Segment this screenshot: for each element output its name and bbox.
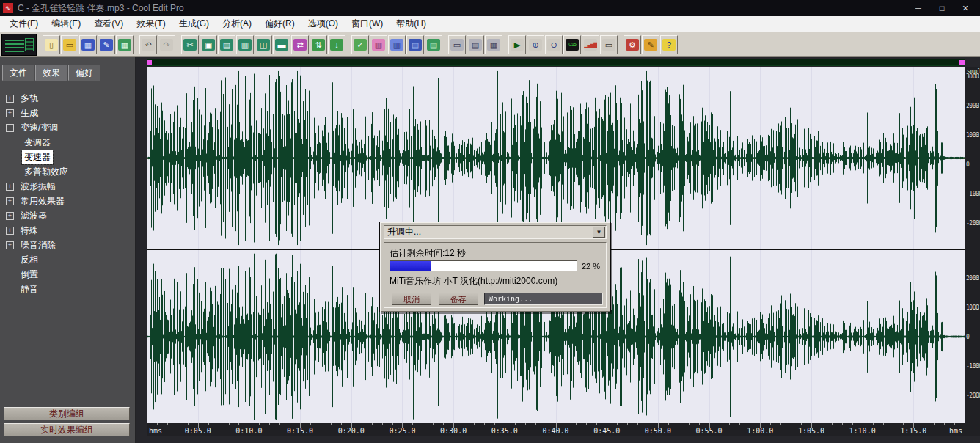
mix-paste-button[interactable]: ▥ [236, 35, 254, 54]
session-overview-bar[interactable] [147, 59, 965, 66]
expand-icon[interactable]: + [6, 197, 14, 205]
spectral-view-button[interactable]: ▤ [406, 35, 424, 54]
level-meters-button[interactable]: ▁▃▅▇ [582, 35, 599, 54]
open-file-button[interactable]: ▭ [61, 35, 78, 54]
timeline-ruler[interactable]: hms hms 0:05.00:10.00:15.00:20.00:25.00:… [147, 423, 965, 436]
timeline-tick [679, 423, 679, 425]
operation-combo[interactable]: 升调中... ▼ [384, 225, 607, 239]
amplitude-ruler[interactable]: smpl 3000200010000-1000-2000200010000-10… [965, 67, 980, 423]
tree-item-波形振幅[interactable]: +波形振幅 [0, 179, 134, 194]
window-files-button[interactable]: ▭ [448, 35, 466, 54]
chevron-down-icon[interactable]: ▼ [593, 227, 605, 238]
expand-icon[interactable]: + [6, 227, 14, 235]
timeline-tick [944, 423, 945, 425]
minimize-button[interactable]: ─ [913, 4, 924, 13]
tab-文件[interactable]: 文件 [2, 65, 34, 81]
time-window-button[interactable]: 0:15 [563, 35, 581, 54]
save-file-button[interactable]: ▦ [79, 35, 97, 54]
overview-right-handle[interactable] [959, 60, 965, 65]
group-button-类别编组[interactable]: 类别编组 [4, 407, 130, 420]
tree-item-倒置[interactable]: 倒置 [0, 267, 134, 282]
tab-效果[interactable]: 效果 [35, 65, 67, 81]
paste-button[interactable]: ▤ [218, 35, 235, 54]
tree-item-滤波器[interactable]: +滤波器 [0, 208, 134, 223]
expand-icon[interactable]: + [6, 95, 14, 103]
menu-item[interactable]: 分析(A) [216, 16, 258, 32]
progress-bar [390, 260, 577, 271]
timeline-tick [648, 423, 648, 425]
copy-button[interactable]: ▣ [200, 35, 217, 54]
timeline-tick [321, 423, 321, 425]
tree-item-变速器[interactable]: 变速器 [0, 150, 134, 164]
tree-item-特殊[interactable]: +特殊 [0, 223, 134, 238]
undo-button[interactable]: ↶ [139, 35, 157, 54]
group-button-实时效果编组[interactable]: 实时效果编组 [4, 423, 130, 436]
amplitude-tick-label: -1000 [966, 363, 980, 370]
progress-fill [390, 261, 431, 271]
zoom-out-button[interactable]: ⊖ [545, 35, 563, 54]
menu-item[interactable]: 帮助(H) [390, 16, 433, 32]
tree-item-生成[interactable]: +生成 [0, 106, 134, 120]
tree-item-变速/变调[interactable]: -变速/变调 [0, 120, 134, 135]
tree-item-label: 噪音消除 [18, 238, 58, 252]
help-button[interactable]: ? [660, 35, 678, 54]
timeline-tick [893, 423, 893, 425]
view-toggle-button[interactable] [1, 34, 37, 56]
batch-process-button[interactable]: ⇅ [310, 35, 327, 54]
close-button[interactable]: ✕ [959, 4, 971, 13]
tree-item-静音[interactable]: 静音 [0, 282, 134, 296]
undo-icon: ↶ [142, 39, 155, 51]
redo-button[interactable]: ↷ [158, 35, 175, 54]
waveform-icon [5, 37, 24, 52]
new-file-button[interactable]: ▯ [43, 35, 60, 54]
settings-button[interactable]: ⚙ [624, 35, 641, 54]
menu-bar: 文件(F)编辑(E)查看(V)效果(T)生成(G)分析(A)偏好(R)选项(O)… [0, 16, 980, 32]
cue-marker-pink-button[interactable]: ▥ [370, 35, 387, 54]
tree-item-反相[interactable]: 反相 [0, 252, 134, 267]
menu-item[interactable]: 选项(O) [301, 16, 345, 32]
tree-item-噪音消除[interactable]: +噪音消除 [0, 238, 134, 252]
tree-item-多普勒效应[interactable]: 多普勒效应 [0, 164, 134, 179]
waveform-view-button[interactable]: ▤ [425, 35, 442, 54]
cue-marker-blue-button[interactable]: ▥ [388, 35, 406, 54]
expand-icon[interactable]: + [6, 241, 14, 249]
save-button[interactable]: 备存 [439, 293, 478, 305]
tree-item-多轨[interactable]: +多轨 [0, 91, 134, 106]
convert-sample-type-button[interactable]: ⇄ [291, 35, 309, 54]
paste-to-new-button[interactable]: ◫ [255, 35, 272, 54]
tab-偏好[interactable]: 偏好 [68, 65, 100, 81]
expand-icon[interactable]: + [6, 109, 14, 117]
menu-item[interactable]: 效果(T) [130, 16, 172, 32]
window-effects-button[interactable]: ▤ [467, 35, 484, 54]
operation-label: 升调中... [384, 226, 593, 238]
cue-marker-pink-icon: ▥ [372, 39, 385, 51]
expand-icon[interactable]: + [6, 183, 14, 191]
monitor-button[interactable]: ▭ [600, 35, 618, 54]
cut-button[interactable]: ✂ [181, 35, 199, 54]
normalize-button[interactable]: ✓ [351, 35, 369, 54]
menu-item[interactable]: 窗口(W) [345, 16, 390, 32]
menu-item[interactable]: 偏好(R) [258, 16, 301, 32]
menu-item[interactable]: 查看(V) [87, 16, 130, 32]
menu-item[interactable]: 生成(G) [172, 16, 216, 32]
scripts-button[interactable]: ✎ [642, 35, 659, 54]
toolbar-group: ✓▥▥▤▤ [351, 35, 442, 54]
expand-icon[interactable]: + [6, 212, 14, 220]
menu-item[interactable]: 文件(F) [3, 16, 45, 32]
timeline-tick [637, 423, 638, 425]
maximize-button[interactable]: □ [936, 4, 948, 13]
save-selection-button[interactable]: ↓ [328, 35, 345, 54]
cancel-button[interactable]: 取消 [392, 293, 431, 305]
play-button[interactable]: ▶ [508, 35, 526, 54]
sidebar-tabs: 文件效果偏好 [0, 57, 135, 81]
window-cues-button[interactable]: ▦ [485, 35, 502, 54]
zoom-in-button[interactable]: ⊕ [527, 35, 544, 54]
save-copy-button[interactable]: ▦ [116, 35, 134, 54]
collapse-icon[interactable]: - [6, 124, 14, 132]
overview-left-handle[interactable] [147, 60, 152, 65]
trim-button[interactable]: ▬ [273, 35, 290, 54]
menu-item[interactable]: 编辑(E) [45, 16, 87, 32]
tree-item-常用效果器[interactable]: +常用效果器 [0, 194, 134, 208]
save-as-button[interactable]: ✎ [98, 35, 115, 54]
tree-item-变调器[interactable]: 变调器 [0, 135, 134, 150]
